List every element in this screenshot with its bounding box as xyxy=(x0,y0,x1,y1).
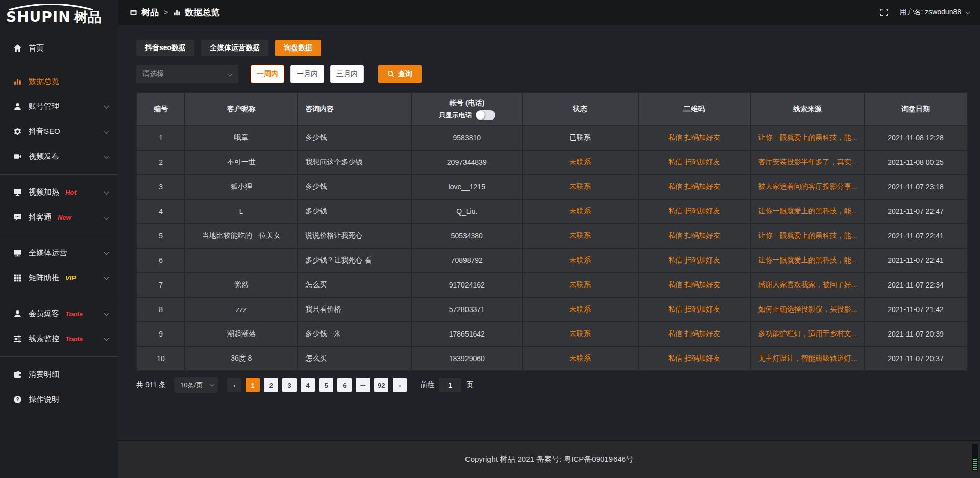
page-size-select[interactable]: 10条/页 xyxy=(174,377,218,393)
fullscreen-icon[interactable] xyxy=(880,8,888,16)
date-cell: 2021-11-07 20:39 xyxy=(865,321,967,346)
status-badge: 未联系 xyxy=(570,329,591,338)
page-button[interactable]: 3 xyxy=(282,378,297,392)
qrcode-cell[interactable]: 私信 扫码加好友 xyxy=(639,248,751,272)
table-row: 9潮起潮落多少钱一米178651642未联系私信 扫码加好友多功能护栏灯，适用于… xyxy=(137,321,967,346)
status-cell: 未联系 xyxy=(523,150,639,174)
footer: Copyright 树品 2021 备案号: 粤ICP备09019646号 xyxy=(118,440,980,478)
page-number-group: 123456•••92 xyxy=(241,378,388,392)
sidebar-divider xyxy=(0,296,118,296)
sidebar-item[interactable]: 首页 xyxy=(0,36,118,61)
source-cell[interactable]: 多功能护栏灯，适用于乡村文... xyxy=(751,321,865,346)
user-icon xyxy=(13,102,22,111)
sidebar-item[interactable]: 线索监控Tools xyxy=(0,326,118,351)
date-cell: 2021-11-07 22:41 xyxy=(865,248,967,272)
more-pages-button[interactable]: ••• xyxy=(356,378,370,392)
select-placeholder: 请选择 xyxy=(142,69,164,79)
date-cell: 2021-11-07 21:42 xyxy=(865,297,967,321)
source-cell[interactable]: 让你一眼就爱上的黑科技，能... xyxy=(751,248,865,272)
table-row: 1036度 8怎么买183929060未联系私信 扫码加好友无主灯设计，智能磁吸… xyxy=(137,346,967,370)
source-cell[interactable]: 被大家追着问的客厅投影分享... xyxy=(751,174,865,199)
sidebar-item[interactable]: 矩阵助推VIP xyxy=(0,266,118,291)
tab-button[interactable]: 询盘数据 xyxy=(275,40,321,56)
nickname-cell: 36度 8 xyxy=(185,346,298,370)
account-select[interactable]: 请选择 xyxy=(136,65,238,83)
sidebar-item[interactable]: 消费明细 xyxy=(0,362,118,387)
qrcode-cell[interactable]: 私信 扫码加好友 xyxy=(639,272,751,297)
sidebar-item[interactable]: 数据总览 xyxy=(0,69,118,94)
range-button[interactable]: 三月内 xyxy=(330,65,364,83)
qrcode-cell[interactable]: 私信 扫码加好友 xyxy=(639,297,751,321)
qrcode-cell[interactable]: 私信 扫码加好友 xyxy=(639,150,751,174)
qrcode-cell[interactable]: 私信 扫码加好友 xyxy=(639,174,751,199)
col-source: 线索来源 xyxy=(751,93,865,125)
col-nickname: 客户昵称 xyxy=(185,93,298,125)
qrcode-cell[interactable]: 私信 扫码加好友 xyxy=(639,125,751,150)
page-button[interactable]: 1 xyxy=(246,378,260,392)
tab-button[interactable]: 抖音seo数据 xyxy=(136,40,194,56)
performance-monitor-widget[interactable] xyxy=(971,443,979,472)
nickname-cell: 潮起潮落 xyxy=(185,321,298,346)
range-button[interactable]: 一月内 xyxy=(290,65,324,83)
chevron-down-icon xyxy=(104,214,109,220)
goto-page-input[interactable] xyxy=(439,378,461,392)
nickname-cell: 觉然 xyxy=(185,272,298,297)
logo-arc-icon xyxy=(7,3,95,12)
sidebar-item[interactable]: 账号管理 xyxy=(0,94,118,119)
chevron-down-icon xyxy=(228,71,233,76)
user-menu[interactable]: 用户名: zswodun88 xyxy=(899,8,969,17)
next-page-button[interactable]: › xyxy=(393,378,407,392)
sidebar-item[interactable]: ?操作说明 xyxy=(0,387,118,412)
tab-button[interactable]: 全媒体运营数据 xyxy=(201,40,268,56)
col-account: 帐号 (电话) 只显示电话 xyxy=(412,93,523,125)
col-account-label: 帐号 (电话) xyxy=(412,99,522,108)
phone-only-toggle[interactable] xyxy=(476,110,495,120)
date-cell: 2021-11-07 22:34 xyxy=(865,272,967,297)
page-button[interactable]: 6 xyxy=(337,378,352,392)
sidebar-item[interactable]: 抖音SEO xyxy=(0,119,118,144)
prev-page-button[interactable]: ‹ xyxy=(227,378,241,392)
table-row: 6多少钱？让我死心 看70898792未联系私信 扫码加好友让你一眼就爱上的黑科… xyxy=(137,248,967,272)
goto-label: 前往 xyxy=(420,380,434,390)
inquiry-cell: 多少钱一米 xyxy=(298,321,412,346)
qrcode-cell[interactable]: 私信 扫码加好友 xyxy=(639,346,751,370)
source-cell[interactable]: 无主灯设计，智能磁吸轨道灯... xyxy=(751,346,865,370)
qrcode-cell[interactable]: 私信 扫码加好友 xyxy=(639,223,751,248)
sidebar-item[interactable]: 抖客通New xyxy=(0,205,118,230)
source-cell[interactable]: 让你一眼就爱上的黑科技，能... xyxy=(751,199,865,223)
source-cell[interactable]: 如何正确选择投影仪，买投影... xyxy=(751,297,865,321)
status-cell: 未联系 xyxy=(523,248,639,272)
page-button[interactable]: 4 xyxy=(301,378,315,392)
pagination: 共 911 条 10条/页 ‹ 123456•••92 › 前往 页 xyxy=(136,377,968,393)
content-divider xyxy=(136,31,968,31)
range-button[interactable]: 一周内 xyxy=(251,65,284,83)
date-cell: 2021-11-07 22:41 xyxy=(865,223,967,248)
status-cell: 未联系 xyxy=(523,346,639,370)
breadcrumb-app-label: 树品 xyxy=(141,7,159,18)
source-cell[interactable]: 客厅安装投影半年多了，真实... xyxy=(751,150,865,174)
status-badge: 未联系 xyxy=(570,158,591,166)
page-button[interactable]: 5 xyxy=(319,378,333,392)
row-index-cell: 1 xyxy=(137,125,185,150)
qrcode-cell[interactable]: 私信 扫码加好友 xyxy=(639,199,751,223)
source-cell[interactable]: 让你一眼就爱上的黑科技，能... xyxy=(751,125,865,150)
sliders-icon xyxy=(13,334,22,343)
query-button[interactable]: 查询 xyxy=(378,65,422,83)
sidebar-item[interactable]: 视频加热Hot xyxy=(0,180,118,205)
source-cell[interactable]: 感谢大家喜欢我家，被问了好... xyxy=(751,272,865,297)
chevron-down-icon xyxy=(104,104,109,109)
date-cell: 2021-11-07 22:47 xyxy=(865,199,967,223)
sidebar-item[interactable]: 会员爆客Tools xyxy=(0,301,118,326)
date-cell: 2021-11-07 20:37 xyxy=(865,346,967,370)
page-button[interactable]: 92 xyxy=(374,378,388,392)
source-cell[interactable]: 让你一眼就爱上的黑科技，能... xyxy=(751,223,865,248)
sidebar-item[interactable]: 全媒体运营 xyxy=(0,241,118,266)
sidebar-item-label: 首页 xyxy=(29,43,44,53)
breadcrumb-app[interactable]: 树品 xyxy=(130,7,159,18)
table-row: 5当地比较能吃的一位美女说说价格让我死心50534380未联系私信 扫码加好友让… xyxy=(137,223,967,248)
sidebar-item-badge: Tools xyxy=(65,335,83,343)
page-button[interactable]: 2 xyxy=(264,378,278,392)
sidebar-item[interactable]: 视频发布 xyxy=(0,144,118,169)
qrcode-cell[interactable]: 私信 扫码加好友 xyxy=(639,321,751,346)
breadcrumb-page[interactable]: 数据总览 xyxy=(173,7,219,18)
